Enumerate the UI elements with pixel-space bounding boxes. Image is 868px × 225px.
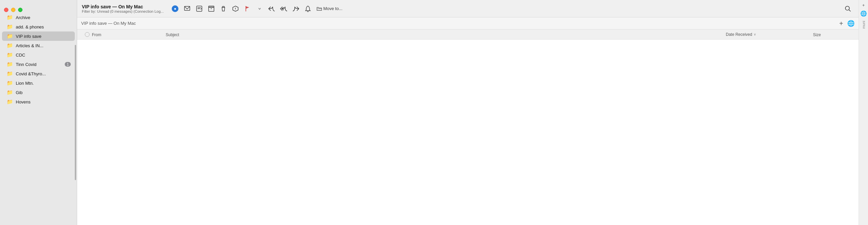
toolbar-title-block: VIP info save — On My Mac Filter by: Unr… bbox=[82, 4, 164, 13]
delete-button[interactable] bbox=[217, 3, 229, 15]
toolbar-title: VIP info save — On My Mac bbox=[82, 4, 164, 9]
sidebar-item-hovens[interactable]: 📁 Hovens bbox=[2, 97, 75, 107]
sidebar-item-cdc[interactable]: 📁 CDC bbox=[2, 50, 75, 60]
col-date-label: Date Received bbox=[726, 32, 752, 37]
mailbox-header-title: VIP info save — On My Mac bbox=[81, 21, 136, 26]
toolbar-subtitle: Filter by: Unread (0 messages) (Connecti… bbox=[82, 9, 164, 13]
sidebar-item-articles-in[interactable]: 📁 Articles & IN... bbox=[2, 41, 75, 50]
col-from-label: From bbox=[92, 33, 101, 37]
sidebar-item-label: Hovens bbox=[16, 100, 71, 105]
svg-line-17 bbox=[849, 10, 850, 11]
unread-badge: 1 bbox=[65, 62, 71, 67]
folder-icon: 📁 bbox=[7, 89, 13, 96]
folder-icon: 📁 bbox=[7, 52, 13, 58]
right-panel-label: muni bbox=[862, 21, 866, 29]
flag-menu-button[interactable] bbox=[253, 3, 266, 15]
sidebar: 📁 Archive 📁 add. & phones 📁 VIP info sav… bbox=[0, 0, 77, 225]
folder-icon: 📁 bbox=[7, 71, 13, 77]
filter-icon: ● bbox=[172, 5, 179, 12]
globe-icon[interactable]: 🌐 bbox=[847, 20, 855, 27]
folder-icon: 📁 bbox=[7, 80, 13, 86]
right-panel-plus[interactable]: + bbox=[862, 3, 865, 8]
column-headers: From Subject Date Received ∨ Size bbox=[77, 30, 859, 39]
col-size-header[interactable]: Size bbox=[813, 32, 853, 38]
folder-icon: 📁 bbox=[7, 24, 13, 30]
sidebar-item-label: Archive bbox=[16, 15, 71, 20]
col-date-header[interactable]: Date Received ∨ bbox=[726, 32, 813, 37]
chevron-down-icon bbox=[258, 6, 261, 11]
flag-icon bbox=[245, 5, 251, 12]
right-panel: + 🌐 muni bbox=[859, 0, 868, 225]
folder-icon: 📁 bbox=[7, 14, 13, 21]
svg-point-12 bbox=[235, 9, 236, 10]
move-to-button[interactable]: Move to... bbox=[314, 5, 345, 12]
svg-rect-10 bbox=[222, 6, 224, 7]
edit-button[interactable] bbox=[193, 3, 205, 15]
svg-rect-8 bbox=[209, 6, 214, 7]
compose-icon bbox=[184, 5, 190, 12]
reply-all-button[interactable] bbox=[278, 3, 290, 15]
folder-icon: 📁 bbox=[7, 42, 13, 48]
add-tab-button[interactable]: + bbox=[838, 20, 844, 27]
select-all-check[interactable] bbox=[83, 32, 92, 37]
forward-button[interactable] bbox=[290, 3, 302, 15]
folder-open-icon bbox=[317, 6, 322, 11]
filter-button[interactable]: ● bbox=[169, 3, 181, 15]
archive-icon bbox=[208, 5, 215, 12]
sidebar-scrollbar[interactable] bbox=[75, 45, 76, 180]
sidebar-item-label: CDC bbox=[16, 52, 71, 58]
maximize-button[interactable] bbox=[18, 8, 23, 12]
bell-icon bbox=[305, 5, 311, 12]
sidebar-item-label: Gib bbox=[16, 90, 71, 95]
forward-icon bbox=[292, 6, 300, 12]
close-button[interactable] bbox=[4, 8, 8, 12]
reply-button[interactable] bbox=[266, 3, 278, 15]
col-subject-label: Subject bbox=[166, 33, 179, 37]
search-icon bbox=[844, 5, 851, 12]
reply-all-icon bbox=[280, 6, 288, 12]
notify-button[interactable] bbox=[302, 3, 314, 15]
sidebar-item-label: Covid &Thyro... bbox=[16, 71, 71, 76]
edit-icon bbox=[196, 5, 203, 12]
main-area: VIP info save — On My Mac Filter by: Unr… bbox=[77, 0, 859, 225]
sidebar-item-label: Lion Mtn. bbox=[16, 81, 71, 86]
sidebar-item-lion-mtn[interactable]: 📁 Lion Mtn. bbox=[2, 78, 75, 88]
folder-icon: 📁 bbox=[7, 99, 13, 105]
col-from-header[interactable]: From bbox=[92, 32, 166, 38]
sidebar-item-covid-thyro[interactable]: 📁 Covid &Thyro... bbox=[2, 69, 75, 78]
folder-icon: 📁 bbox=[7, 61, 13, 67]
sidebar-item-vip-info-save[interactable]: 📁 VIP info save bbox=[2, 32, 75, 41]
move-to-label: Move to... bbox=[323, 6, 342, 11]
mailbox-header-bar: VIP info save — On My Mac + 🌐 bbox=[77, 17, 859, 30]
sort-arrow-icon: ∨ bbox=[754, 33, 756, 36]
trash-icon bbox=[220, 5, 227, 12]
sidebar-item-label: Articles & IN... bbox=[16, 43, 71, 48]
compose-button[interactable] bbox=[181, 3, 193, 15]
search-button[interactable] bbox=[842, 3, 854, 15]
flag-button[interactable] bbox=[242, 3, 253, 15]
sidebar-item-archive[interactable]: 📁 Archive bbox=[2, 13, 75, 22]
sidebar-item-label: add. & phones bbox=[16, 25, 71, 30]
col-subject-header[interactable]: Subject bbox=[166, 32, 726, 38]
toolbar: VIP info save — On My Mac Filter by: Unr… bbox=[77, 0, 859, 17]
reply-icon bbox=[268, 6, 275, 12]
sidebar-item-tinn-covid[interactable]: 📁 Tinn Covid 1 bbox=[2, 60, 75, 69]
junk-icon bbox=[232, 5, 239, 12]
message-list[interactable] bbox=[77, 39, 859, 225]
junk-button[interactable] bbox=[229, 3, 242, 15]
svg-text:●: ● bbox=[174, 6, 176, 11]
svg-rect-7 bbox=[209, 7, 214, 11]
svg-point-16 bbox=[845, 6, 849, 10]
sidebar-item-gib[interactable]: 📁 Gib bbox=[2, 88, 75, 97]
col-size-label: Size bbox=[813, 33, 821, 37]
archive-button[interactable] bbox=[205, 3, 217, 15]
sidebar-item-label: Tinn Covid bbox=[16, 62, 62, 67]
circle-check-icon bbox=[85, 32, 90, 37]
right-panel-globe-icon[interactable]: 🌐 bbox=[860, 10, 867, 17]
minimize-button[interactable] bbox=[11, 8, 16, 12]
sidebar-item-label: VIP info save bbox=[16, 34, 71, 39]
traffic-lights bbox=[4, 8, 23, 12]
folder-icon: 📁 bbox=[7, 33, 13, 39]
sidebar-item-add-phones[interactable]: 📁 add. & phones bbox=[2, 22, 75, 32]
